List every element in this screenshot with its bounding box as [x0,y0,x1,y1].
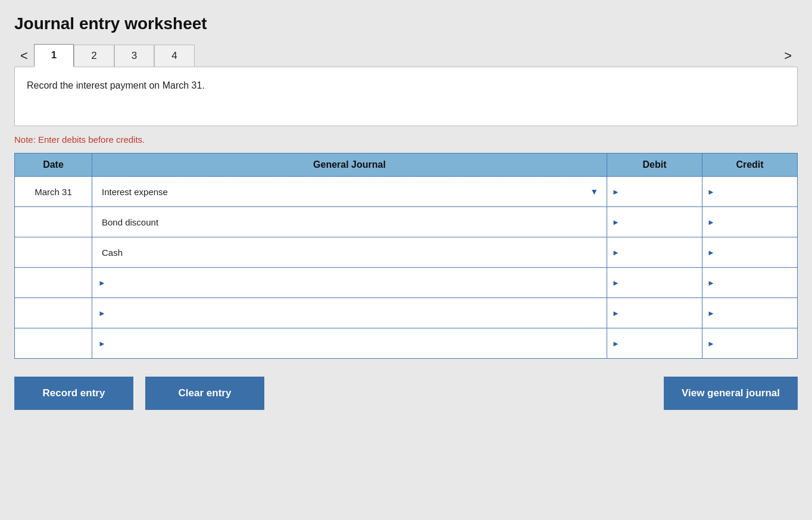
header-gj: General Journal [92,154,607,177]
gj-text-1: Bond discount [97,214,602,231]
gj-cell-5[interactable]: ► [92,328,607,359]
debit-arrow-icon-2: ► [612,248,620,257]
credit-arrow-icon-4: ► [707,309,715,318]
date-cell-3 [15,268,92,298]
tab-4[interactable]: 4 [154,45,194,67]
table-row: ► ► ► [15,328,798,359]
table-row: ► ► ► [15,298,798,328]
debit-input-5[interactable] [622,339,697,349]
table-row: Cash ► ► [15,237,798,268]
credit-cell-1[interactable]: ► [702,207,798,237]
date-cell-2 [15,237,92,268]
tab-2[interactable]: 2 [74,45,114,67]
credit-cell-4[interactable]: ► [702,298,798,328]
table-row: March 31 Interest expense ▼ ► ► [15,177,798,207]
gj-cell-3[interactable]: ► [92,268,607,298]
credit-input-5[interactable] [717,339,792,349]
next-tab-button[interactable]: > [778,47,798,65]
credit-cell-5[interactable]: ► [702,328,798,359]
gj-arrow-icon-3: ► [98,278,106,287]
debit-cell-1[interactable]: ► [607,207,702,237]
debit-cell-4[interactable]: ► [607,298,702,328]
credit-arrow-icon-5: ► [707,339,715,348]
debit-input-0[interactable] [622,187,697,197]
header-date: Date [15,154,92,177]
debit-input-4[interactable] [622,308,697,318]
date-cell-4 [15,298,92,328]
debit-cell-0[interactable]: ► [607,177,702,207]
clear-entry-button[interactable]: Clear entry [145,377,264,410]
debit-cell-3[interactable]: ► [607,268,702,298]
note-text: Note: Enter debits before credits. [14,134,798,145]
gj-text-2: Cash [97,244,602,261]
gj-cell-4[interactable]: ► [92,298,607,328]
debit-arrow-icon-4: ► [612,309,620,318]
debit-arrow-icon-5: ► [612,339,620,348]
credit-input-2[interactable] [717,248,792,258]
page-title: Journal entry worksheet [14,14,798,33]
date-cell-0: March 31 [15,177,92,207]
date-cell-1 [15,207,92,237]
gj-arrow-icon-5: ► [98,339,106,348]
instruction-text: Record the interest payment on March 31. [27,80,205,90]
header-debit: Debit [607,154,702,177]
credit-input-0[interactable] [717,187,792,197]
tab-1[interactable]: 1 [34,44,74,67]
debit-arrow-icon-1: ► [612,218,620,227]
buttons-row: Record entry Clear entry View general jo… [14,377,798,410]
dropdown-arrow-icon[interactable]: ▼ [586,187,602,196]
debit-input-3[interactable] [622,278,697,288]
gj-arrow-icon-4: ► [98,309,106,318]
tab-3[interactable]: 3 [114,45,154,67]
view-general-journal-button[interactable]: View general journal [664,377,798,410]
debit-cell-5[interactable]: ► [607,328,702,359]
instruction-box: Record the interest payment on March 31. [14,67,798,126]
credit-input-1[interactable] [717,217,792,227]
credit-cell-0[interactable]: ► [702,177,798,207]
debit-arrow-icon-3: ► [612,278,620,287]
credit-input-3[interactable] [717,278,792,288]
debit-input-1[interactable] [622,217,697,227]
table-row: Bond discount ► ► [15,207,798,237]
debit-cell-2[interactable]: ► [607,237,702,268]
gj-input-3[interactable] [108,278,602,288]
prev-tab-button[interactable]: < [14,47,34,65]
gj-cell-1[interactable]: Bond discount [92,207,607,237]
gj-text-0: Interest expense [97,183,586,201]
credit-cell-2[interactable]: ► [702,237,798,268]
debit-input-2[interactable] [622,248,697,258]
debit-arrow-icon-0: ► [612,187,620,196]
credit-arrow-icon-2: ► [707,248,715,257]
gj-cell-0[interactable]: Interest expense ▼ [92,177,607,207]
gj-input-5[interactable] [108,339,602,349]
credit-arrow-icon-1: ► [707,218,715,227]
gj-input-4[interactable] [108,308,602,318]
header-credit: Credit [702,154,798,177]
credit-arrow-icon-3: ► [707,278,715,287]
record-entry-button[interactable]: Record entry [14,377,133,410]
table-row: ► ► ► [15,268,798,298]
credit-arrow-icon-0: ► [707,187,715,196]
gj-cell-2[interactable]: Cash [92,237,607,268]
credit-input-4[interactable] [717,308,792,318]
journal-table: Date General Journal Debit Credit March … [14,153,798,359]
date-cell-5 [15,328,92,359]
credit-cell-3[interactable]: ► [702,268,798,298]
